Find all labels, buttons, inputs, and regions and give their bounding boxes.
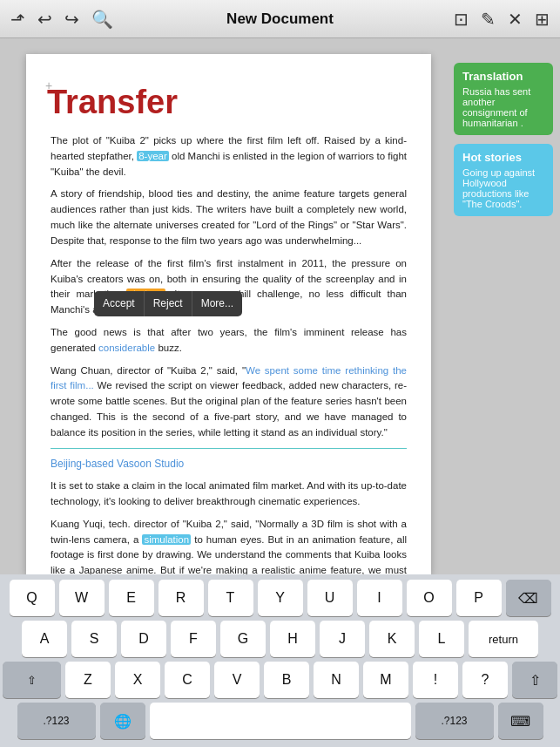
key-numbers-right[interactable]: .?123 — [415, 703, 494, 739]
toolbar-left: ⬏ ↩ ↪ 🔍 — [10, 9, 113, 30]
key-m[interactable]: M — [363, 662, 408, 698]
link-considerable[interactable]: considerable — [98, 343, 155, 353]
document-sidebar: Translation Russia has sent another cons… — [447, 54, 560, 590]
key-u[interactable]: U — [307, 580, 353, 616]
highlight-8year: 8-year — [137, 151, 169, 161]
key-e[interactable]: E — [109, 580, 154, 616]
toolbar-right: ⊡ ✎ ✕ ⊞ — [454, 9, 550, 30]
key-q[interactable]: Q — [10, 580, 55, 616]
context-accept[interactable]: Accept — [94, 291, 145, 316]
key-return[interactable]: return — [469, 621, 538, 657]
paragraph-5: Wang Chuan, director of "Kuiba 2," said,… — [51, 363, 407, 441]
keyboard-row-2: A S D F G H J K L return — [3, 621, 557, 657]
key-t[interactable]: T — [208, 580, 253, 616]
undo-icon[interactable]: ↩ — [37, 9, 52, 30]
keyboard: Q W E R T Y U I O P ⌫ A S D F G H J K L … — [0, 574, 560, 747]
key-exclaim[interactable]: ! — [413, 662, 458, 698]
key-l[interactable]: L — [419, 621, 464, 657]
paragraph-7: Kuang Yuqi, tech. director of "Kuiba 2,"… — [51, 517, 407, 574]
search-icon[interactable]: 🔍 — [91, 9, 113, 30]
key-g[interactable]: G — [220, 621, 266, 657]
paragraph-6: It is set to stake a claim in the local … — [51, 479, 407, 510]
keyboard-row-1: Q W E R T Y U I O P ⌫ — [3, 580, 557, 616]
back-icon[interactable]: ⬏ — [10, 9, 25, 30]
image-icon[interactable]: ⊡ — [454, 9, 469, 30]
key-h[interactable]: H — [270, 621, 315, 657]
key-r[interactable]: R — [159, 580, 204, 616]
key-w[interactable]: W — [59, 580, 105, 616]
key-p[interactable]: P — [456, 580, 502, 616]
section-divider — [51, 448, 407, 449]
toolbar: ⬏ ↩ ↪ 🔍 New Document ⊡ ✎ ✕ ⊞ — [0, 0, 560, 38]
key-numbers-left[interactable]: .?123 — [17, 703, 96, 739]
key-x[interactable]: X — [115, 662, 160, 698]
key-z[interactable]: Z — [65, 662, 111, 698]
paragraph-1: The plot of "Kuiba 2" picks up where the… — [51, 133, 407, 180]
keyboard-row-4: .?123 🌐 .?123 ⌨ — [3, 703, 557, 739]
translation-card-title: Translation — [462, 70, 544, 83]
key-j[interactable]: J — [320, 621, 365, 657]
translation-card: Translation Russia has sent another cons… — [454, 63, 553, 135]
grid-icon[interactable]: ⊞ — [535, 9, 550, 30]
key-globe[interactable]: 🌐 — [100, 703, 145, 739]
page-title: New Document — [226, 10, 334, 28]
key-v[interactable]: V — [214, 662, 260, 698]
settings-icon[interactable]: ✕ — [508, 9, 523, 30]
context-menu: Accept Reject More... — [94, 291, 242, 316]
key-k[interactable]: K — [369, 621, 415, 657]
key-question[interactable]: ? — [462, 662, 508, 698]
key-space[interactable] — [150, 703, 411, 739]
key-a[interactable]: A — [22, 621, 67, 657]
document-area: + Transfer The plot of "Kuiba 2" picks u… — [0, 38, 560, 590]
key-shift[interactable]: ⇧ — [3, 662, 61, 698]
subheading-studio: Beijing-based Vasoon Studio — [51, 456, 407, 472]
key-delete[interactable]: ⌫ — [506, 580, 551, 616]
redo-icon[interactable]: ↪ — [64, 9, 79, 30]
key-n[interactable]: N — [314, 662, 359, 698]
context-more[interactable]: More... — [192, 291, 242, 316]
key-o[interactable]: O — [407, 580, 452, 616]
document-title: Transfer — [47, 84, 403, 121]
key-d[interactable]: D — [121, 621, 166, 657]
context-reject[interactable]: Reject — [145, 291, 192, 316]
key-b[interactable]: B — [264, 662, 309, 698]
key-shift-right[interactable]: ⇧ — [512, 662, 557, 698]
key-f[interactable]: F — [171, 621, 216, 657]
hot-stories-card: Hot stories Going up against Hollywood p… — [454, 144, 553, 216]
hot-card-title: Hot stories — [462, 151, 544, 164]
document-body: The plot of "Kuiba 2" picks up where the… — [51, 133, 407, 574]
key-keyboard[interactable]: ⌨ — [498, 703, 543, 739]
key-y[interactable]: Y — [258, 580, 303, 616]
highlight-simulation: simulation — [142, 534, 191, 545]
hot-card-body: Going up against Hollywood productions l… — [462, 167, 544, 209]
link-quote: We spent some time rethinking the first … — [51, 365, 407, 391]
translation-card-body: Russia has sent another consignment of h… — [462, 86, 544, 128]
paragraph-4: The good news is that after two years, t… — [51, 325, 407, 357]
key-c[interactable]: C — [165, 662, 210, 698]
keyboard-row-3: ⇧ Z X C V B N M ! ? ⇧ — [3, 662, 557, 698]
pen-icon[interactable]: ✎ — [481, 9, 496, 30]
document-page: + Transfer The plot of "Kuiba 2" picks u… — [26, 54, 431, 574]
key-s[interactable]: S — [71, 621, 117, 657]
key-i[interactable]: I — [357, 580, 402, 616]
paragraph-2: A story of friendship, blood ties and de… — [51, 187, 407, 248]
